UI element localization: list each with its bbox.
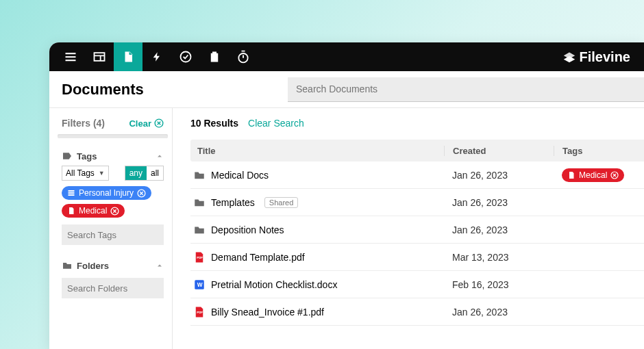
all-option[interactable]: all bbox=[147, 166, 163, 180]
main-panel: 10 Results Clear Search Title Created Ta… bbox=[173, 108, 644, 349]
topbar-nav bbox=[56, 42, 258, 71]
svg-rect-1 bbox=[66, 56, 76, 57]
table-row[interactable]: Medical DocsJan 26, 2023Medical bbox=[190, 161, 644, 189]
subheader: Documents bbox=[49, 71, 644, 108]
pdf-file-icon: PDF bbox=[193, 251, 206, 263]
caret-down-icon: ▼ bbox=[99, 170, 105, 177]
tags-section-label: Tags bbox=[77, 151, 97, 161]
sidebar: Filters (4) Clear Tags All Tags ▼ any bbox=[49, 108, 173, 349]
svg-point-9 bbox=[238, 53, 247, 62]
tasks-button[interactable] bbox=[171, 42, 200, 71]
row-name: Deposition Notes bbox=[211, 224, 284, 235]
brand-logo: Filevine bbox=[562, 49, 637, 65]
folders-section-header[interactable]: Folders bbox=[62, 260, 164, 271]
doc-icon bbox=[67, 207, 75, 215]
clear-label: Clear bbox=[129, 118, 151, 129]
hamburger-icon bbox=[64, 50, 77, 64]
stopwatch-icon bbox=[236, 50, 250, 64]
svg-rect-13 bbox=[69, 190, 75, 192]
documents-tab[interactable] bbox=[114, 42, 143, 71]
filter-pill[interactable]: Medical bbox=[62, 204, 125, 218]
pdf-file-icon: PDF bbox=[193, 306, 206, 318]
table-row[interactable]: TemplatesSharedJan 26, 2023 bbox=[190, 189, 644, 216]
folders-section-label: Folders bbox=[77, 261, 109, 271]
table-row[interactable]: PDFBilly Snead_Invoice #1.pdfJan 26, 202… bbox=[190, 298, 644, 326]
page-title: Documents bbox=[49, 81, 288, 99]
remove-x-icon bbox=[610, 171, 619, 179]
chevron-up-icon bbox=[156, 152, 164, 160]
tags-section-header[interactable]: Tags bbox=[62, 151, 164, 161]
filter-pill[interactable]: Personal Injury bbox=[62, 186, 151, 200]
column-title[interactable]: Title bbox=[190, 146, 444, 156]
svg-rect-14 bbox=[69, 192, 75, 194]
folder-icon bbox=[193, 224, 206, 236]
pill-label: Medical bbox=[79, 206, 107, 216]
divider bbox=[58, 134, 168, 138]
folder-icon bbox=[193, 169, 206, 181]
brand-text: Filevine bbox=[580, 49, 630, 65]
row-name: Templates bbox=[211, 197, 255, 208]
svg-rect-2 bbox=[66, 60, 76, 61]
row-created: Jan 26, 2023 bbox=[444, 197, 554, 208]
row-created: Feb 16, 2023 bbox=[444, 279, 554, 290]
timer-button[interactable] bbox=[229, 42, 258, 71]
doc-icon bbox=[567, 171, 575, 179]
svg-point-6 bbox=[181, 52, 191, 62]
column-tags[interactable]: Tags bbox=[554, 146, 644, 156]
any-option[interactable]: any bbox=[125, 166, 147, 180]
clear-search-button[interactable]: Clear Search bbox=[248, 118, 304, 129]
row-created: Mar 13, 2023 bbox=[444, 252, 554, 263]
any-all-toggle[interactable]: any all bbox=[125, 166, 164, 181]
clipboard-button[interactable] bbox=[200, 42, 229, 71]
table-header: Title Created Tags bbox=[190, 140, 644, 161]
search-tags-input[interactable] bbox=[62, 224, 164, 245]
search-input[interactable] bbox=[288, 77, 644, 102]
org-icon bbox=[67, 189, 75, 197]
row-created: Jan 26, 2023 bbox=[444, 170, 554, 181]
tag-label: Medical bbox=[579, 170, 607, 180]
bolt-icon bbox=[151, 50, 162, 64]
folder-icon bbox=[62, 260, 73, 271]
svg-rect-3 bbox=[95, 53, 105, 61]
menu-button[interactable] bbox=[56, 42, 85, 71]
brand-icon bbox=[562, 49, 577, 64]
pill-label: Personal Injury bbox=[79, 188, 134, 198]
app-window: Filevine Documents Filters (4) Clear Tag… bbox=[49, 42, 644, 349]
clipboard-icon bbox=[208, 50, 221, 64]
content: Filters (4) Clear Tags All Tags ▼ any bbox=[49, 108, 644, 349]
svg-text:W: W bbox=[197, 282, 203, 288]
chevron-up-icon bbox=[156, 261, 164, 270]
table-row[interactable]: Deposition NotesJan 26, 2023 bbox=[190, 216, 644, 244]
tags-select[interactable]: All Tags ▼ bbox=[62, 166, 109, 181]
table-row[interactable]: WPretrial Motion Checklist.docxFeb 16, 2… bbox=[190, 271, 644, 298]
svg-rect-7 bbox=[211, 53, 219, 62]
clear-filters-button[interactable]: Clear bbox=[129, 118, 164, 129]
panel-icon bbox=[92, 50, 106, 64]
word-file-icon: W bbox=[193, 279, 206, 291]
tag-icon bbox=[62, 151, 73, 161]
table-row[interactable]: PDFDemand Template.pdfMar 13, 2023 bbox=[190, 244, 644, 271]
row-name: Demand Template.pdf bbox=[211, 252, 305, 263]
svg-rect-15 bbox=[69, 194, 75, 196]
row-name: Medical Docs bbox=[211, 170, 269, 181]
check-circle-icon bbox=[179, 50, 193, 64]
column-created[interactable]: Created bbox=[444, 146, 554, 156]
svg-text:PDF: PDF bbox=[197, 256, 203, 259]
folder-icon bbox=[193, 196, 206, 209]
clear-x-icon bbox=[154, 118, 164, 128]
row-created: Jan 26, 2023 bbox=[444, 307, 554, 318]
filters-label: Filters (4) bbox=[62, 118, 105, 129]
document-icon bbox=[122, 51, 134, 63]
row-tag-pill[interactable]: Medical bbox=[562, 168, 624, 182]
row-name: Billy Snead_Invoice #1.pdf bbox=[211, 307, 324, 318]
tags-select-label: All Tags bbox=[66, 168, 95, 178]
row-name: Pretrial Motion Checklist.docx bbox=[211, 279, 337, 290]
search-folders-input[interactable] bbox=[62, 278, 164, 298]
topbar: Filevine bbox=[49, 42, 644, 71]
results-count: 10 Results bbox=[190, 118, 238, 129]
svg-rect-8 bbox=[212, 52, 216, 55]
svg-text:PDF: PDF bbox=[197, 311, 203, 314]
activity-button[interactable] bbox=[143, 42, 171, 71]
panel-button[interactable] bbox=[85, 42, 114, 71]
svg-rect-0 bbox=[66, 53, 76, 54]
